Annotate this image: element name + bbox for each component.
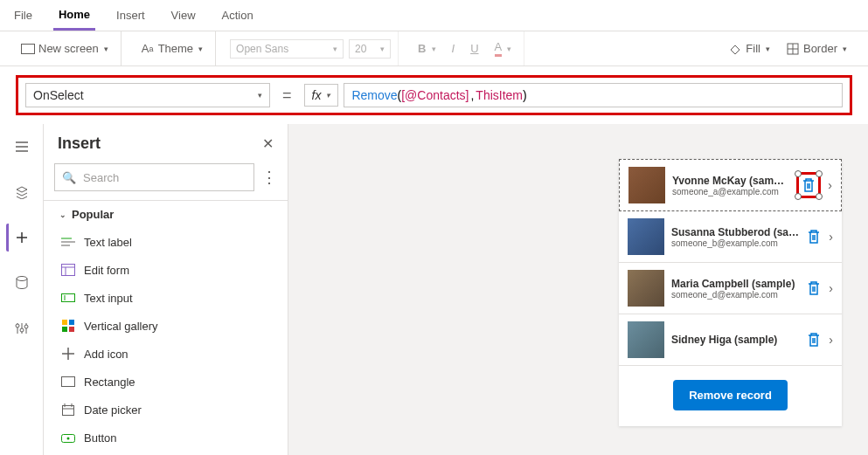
fill-label: Fill (746, 42, 760, 55)
canvas[interactable]: Yvonne McKay (sample) someone_a@example.… (288, 124, 868, 455)
svg-rect-25 (69, 320, 74, 325)
menu-view[interactable]: View (166, 2, 201, 29)
section-popular[interactable]: ⌄ Popular (44, 200, 288, 228)
equals-sign: = (279, 86, 295, 105)
new-screen-button[interactable]: New screen ▾ (16, 38, 114, 59)
date-icon (61, 403, 75, 417)
main-area: Insert ✕ 🔍 Search ⋮ ⌄ Popular Text label… (0, 124, 868, 455)
insert-item-date-picker[interactable]: Date picker (44, 396, 288, 424)
chevron-down-icon: ▾ (843, 45, 847, 53)
chevron-right-icon[interactable]: › (829, 333, 833, 347)
chevron-down-icon: ▾ (432, 45, 436, 53)
chevron-down-icon: ⌄ (59, 210, 66, 219)
underline-button[interactable]: U (465, 38, 483, 59)
chevron-right-icon[interactable]: › (829, 230, 833, 244)
font-size-value: 20 (355, 43, 366, 55)
item-label: Add icon (84, 348, 128, 361)
formula-input[interactable]: Remove( [@Contacts], ThisItem ) (344, 83, 843, 107)
search-placeholder: Search (83, 171, 119, 184)
chevron-down-icon: ▾ (258, 91, 262, 100)
bold-button[interactable]: B▾ (413, 38, 441, 59)
more-icon[interactable]: ⋮ (261, 168, 277, 187)
chevron-down-icon: ▾ (198, 45, 203, 53)
rail-data-icon[interactable] (8, 269, 36, 297)
insert-item-text-input[interactable]: Text input (44, 284, 288, 312)
svg-rect-31 (63, 406, 74, 416)
border-label: Border (803, 42, 837, 55)
rail-layers-icon[interactable] (8, 178, 36, 206)
svg-point-15 (24, 325, 28, 328)
item-label: Edit form (84, 264, 129, 277)
contact-name: Susanna Stubberod (sample) (671, 226, 799, 238)
contact-email: someone_a@example.com (672, 187, 789, 196)
avatar (628, 167, 665, 203)
fx-button[interactable]: fx ▾ (304, 84, 339, 107)
contact-email: someone_d@example.com (671, 290, 799, 300)
menu-home[interactable]: Home (53, 1, 95, 31)
formula-token-close: ) (523, 88, 527, 102)
chevron-right-icon[interactable]: › (829, 281, 833, 295)
trash-icon[interactable] (806, 228, 822, 245)
insert-item-text-label[interactable]: Text label (44, 228, 288, 256)
contact-row[interactable]: Yvonne McKay (sample) someone_a@example.… (619, 159, 842, 211)
formula-token-entity: [@Contacts] (401, 88, 469, 102)
item-label: Button (84, 431, 117, 445)
rail-tree-icon[interactable] (8, 133, 36, 161)
svg-rect-19 (62, 265, 75, 276)
contact-row[interactable]: Maria Campbell (sample) someone_d@exampl… (619, 263, 842, 314)
avatar (628, 321, 664, 358)
chevron-down-icon: ▾ (326, 91, 330, 100)
menu-action[interactable]: Action (217, 2, 259, 29)
formula-token-this: ThisItem (476, 88, 523, 102)
svg-point-11 (16, 324, 19, 327)
item-label: Date picker (84, 403, 142, 417)
contact-row[interactable]: Susanna Stubberod (sample) someone_b@exa… (619, 211, 842, 263)
insert-panel: Insert ✕ 🔍 Search ⋮ ⌄ Popular Text label… (44, 124, 288, 455)
theme-button[interactable]: Aa Theme ▾ (135, 38, 208, 59)
item-label: Text input (84, 292, 133, 305)
svg-rect-26 (62, 327, 67, 332)
toolbar: New screen ▾ Aa Theme ▾ Open Sans ▾ 20 ▾… (0, 31, 868, 66)
fill-button[interactable]: Fill ▾ (723, 38, 775, 59)
property-select[interactable]: OnSelect ▾ (25, 83, 270, 107)
formula-highlight-box: OnSelect ▾ = fx ▾ Remove( [@Contacts], T… (16, 75, 852, 115)
border-icon (786, 42, 800, 56)
trash-icon[interactable] (806, 279, 822, 297)
formula-token-func: Remove (351, 88, 397, 102)
text-icon (61, 235, 75, 249)
insert-item-button[interactable]: Button (44, 424, 288, 452)
contact-name: Sidney Higa (sample) (671, 334, 799, 346)
chevron-down-icon: ▾ (507, 45, 511, 53)
border-button[interactable]: Border ▾ (781, 38, 852, 59)
insert-search-input[interactable]: 🔍 Search (54, 163, 254, 191)
gallery-icon (61, 319, 75, 333)
svg-point-36 (67, 438, 70, 440)
chevron-down-icon: ▾ (766, 45, 770, 53)
svg-rect-30 (62, 377, 75, 387)
theme-icon: Aa (141, 42, 155, 56)
remove-record-button[interactable]: Remove record (673, 380, 788, 410)
insert-item-add-icon[interactable]: Add icon (44, 340, 288, 368)
trash-icon[interactable] (806, 331, 822, 348)
insert-item-vertical-gallery[interactable]: Vertical gallery (44, 312, 288, 340)
insert-item-rectangle[interactable]: Rectangle (44, 368, 288, 396)
delete-icon-selected[interactable] (796, 172, 821, 198)
font-size-select[interactable]: 20 ▾ (349, 39, 391, 59)
item-label: Text label (84, 236, 132, 249)
fx-label: fx (312, 88, 322, 102)
rail-insert-icon[interactable] (6, 224, 34, 252)
chevron-right-icon[interactable]: › (828, 178, 832, 192)
rail-settings-icon[interactable] (8, 314, 36, 342)
italic-button[interactable]: I (447, 38, 461, 59)
font-select[interactable]: Open Sans ▾ (230, 39, 344, 59)
menu-file[interactable]: File (9, 2, 38, 29)
left-rail (0, 124, 44, 455)
insert-item-edit-form[interactable]: Edit form (44, 256, 288, 284)
menu-insert[interactable]: Insert (111, 2, 150, 29)
svg-point-13 (20, 328, 24, 332)
search-icon: 🔍 (62, 171, 76, 184)
font-color-button[interactable]: A▾ (490, 37, 517, 60)
contact-row[interactable]: Sidney Higa (sample) › (619, 314, 842, 366)
font-value: Open Sans (236, 43, 288, 55)
close-icon[interactable]: ✕ (262, 135, 274, 152)
